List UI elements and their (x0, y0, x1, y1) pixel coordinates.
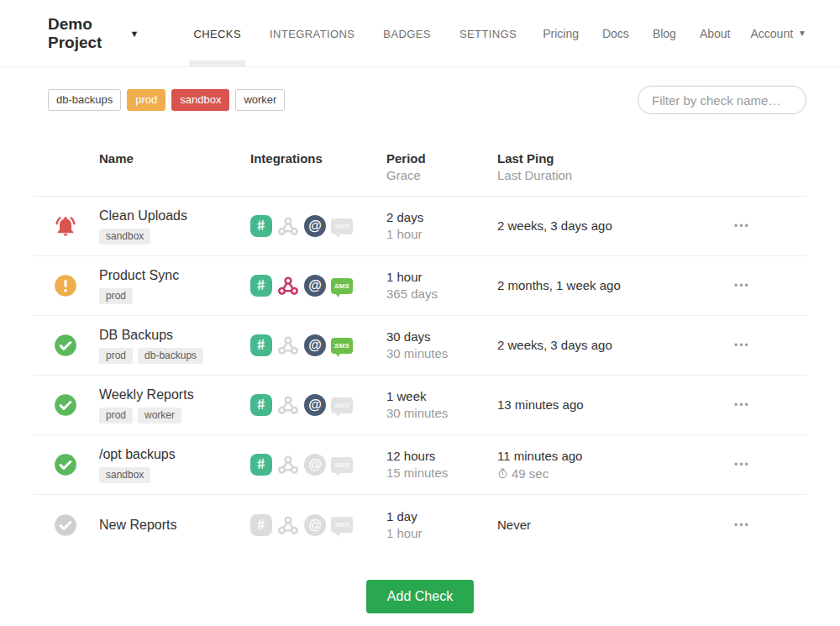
site-links: PricingDocsBlogAboutAccount▼ (531, 18, 806, 49)
period-value: 30 days (386, 329, 497, 345)
link-docs[interactable]: Docs (591, 18, 641, 49)
tab-settings[interactable]: SETTINGS (445, 0, 531, 66)
grace-value: 30 minutes (386, 345, 497, 362)
webhook-icon (277, 275, 299, 297)
integration-icons: # @ SMS (250, 275, 386, 297)
filter-row: db-backupsprodsandboxworker (0, 67, 840, 114)
row-menu-button[interactable]: ••• (732, 516, 752, 534)
checks-table-body: Clean Uploads sandbox # @ SMS 2 days 1 h… (34, 197, 806, 555)
header-period: Period (386, 150, 497, 167)
row-menu-button[interactable]: ••• (732, 217, 752, 235)
email-icon: @ (304, 514, 326, 536)
tag-filter-prod[interactable]: prod (127, 89, 165, 111)
period-value: 1 hour (386, 269, 497, 286)
check-tags: sandbox (99, 229, 250, 245)
check-circle-icon (54, 334, 77, 357)
period-value: 1 week (386, 388, 497, 405)
sms-icon: SMS (331, 334, 353, 356)
header-integrations: Integrations (250, 150, 386, 167)
slack-icon: # (250, 394, 272, 416)
check-row[interactable]: Clean Uploads sandbox # @ SMS 2 days 1 h… (34, 197, 806, 256)
check-name: New Reports (99, 517, 250, 534)
account-menu[interactable]: Account▼ (743, 18, 807, 49)
add-check-button[interactable]: Add Check (366, 580, 474, 613)
check-row[interactable]: Weekly Reports prodworker # @ SMS 1 week… (34, 376, 806, 435)
last-ping-value: 13 minutes ago (497, 397, 732, 413)
row-menu-button[interactable]: ••• (732, 396, 752, 414)
webhook-icon (277, 215, 299, 237)
check-name: Weekly Reports (99, 387, 250, 403)
grace-value: 1 hour (386, 525, 497, 542)
check-row[interactable]: /opt backups sandbox # @ SMS 12 hours 15… (34, 435, 806, 495)
tab-checks[interactable]: CHECKS (179, 0, 255, 66)
check-tag: prod (99, 288, 133, 304)
check-circle-icon (54, 393, 77, 417)
webhook-icon (277, 394, 299, 416)
table-header: Name Integrations Period Grace Last Ping… (34, 150, 806, 197)
caret-down-icon: ▼ (130, 29, 139, 39)
check-row[interactable]: New Reports # @ SMS 1 day 1 hour Never (34, 495, 806, 555)
integration-icons: # @ SMS (250, 215, 386, 237)
checks-table: Name Integrations Period Grace Last Ping… (0, 150, 840, 555)
integration-icons: # @ SMS (250, 454, 386, 476)
check-tags: proddb-backups (99, 348, 250, 364)
tag-filter-worker[interactable]: worker (235, 89, 285, 111)
check-row[interactable]: Product Sync prod # @ SMS 1 hour 365 day… (34, 256, 806, 316)
new-check-icon (54, 513, 77, 537)
last-ping-value: 2 months, 1 week ago (497, 277, 732, 294)
row-menu-button[interactable]: ••• (732, 455, 752, 474)
tag-filter-sandbox[interactable]: sandbox (171, 89, 229, 111)
project-switcher[interactable]: Demo Project ▼ (48, 15, 139, 52)
period-value: 2 days (386, 209, 497, 226)
email-icon: @ (304, 454, 326, 476)
email-icon: @ (304, 215, 326, 237)
check-name: /opt backups (99, 446, 250, 463)
header-last-ping: Last Ping (497, 150, 732, 167)
sms-icon: SMS (331, 275, 353, 297)
last-ping-value: Never (497, 517, 732, 534)
period-value: 12 hours (386, 448, 497, 465)
link-pricing[interactable]: Pricing (531, 18, 591, 49)
email-icon: @ (304, 334, 326, 356)
grace-warning-icon (54, 274, 77, 297)
check-tag: sandbox (99, 229, 150, 245)
sms-icon: SMS (331, 215, 353, 237)
grace-value: 365 days (386, 286, 497, 302)
sms-icon: SMS (331, 394, 353, 416)
check-name: DB Backups (99, 327, 250, 344)
check-row[interactable]: DB Backups proddb-backups # @ SMS 30 day… (34, 316, 806, 376)
link-about[interactable]: About (688, 18, 743, 49)
tag-filter-db-backups[interactable]: db-backups (48, 89, 121, 111)
row-menu-button[interactable]: ••• (732, 336, 752, 355)
last-duration-value: 49 sec (512, 466, 549, 482)
webhook-icon (277, 454, 299, 476)
period-value: 1 day (386, 508, 497, 525)
sms-icon: SMS (331, 454, 353, 476)
email-icon: @ (304, 275, 326, 297)
check-name: Product Sync (99, 267, 250, 284)
check-circle-icon (54, 453, 77, 476)
row-menu-button[interactable]: ••• (732, 276, 752, 295)
last-ping-value: 2 weeks, 3 days ago (497, 218, 732, 234)
tab-badges[interactable]: BADGES (369, 0, 445, 66)
check-name-filter-input[interactable] (638, 86, 806, 114)
add-check-area: Add Check (0, 580, 840, 613)
sms-icon: SMS (331, 514, 353, 536)
account-label: Account (751, 27, 794, 40)
tab-integrations[interactable]: INTEGRATIONS (255, 0, 369, 66)
stopwatch-icon (497, 468, 508, 479)
checks-page: Demo Project ▼ CHECKSINTEGRATIONSBADGESS… (0, 0, 840, 626)
slack-icon: # (250, 334, 272, 356)
slack-icon: # (250, 275, 272, 297)
header-last-duration: Last Duration (497, 167, 732, 184)
link-blog[interactable]: Blog (641, 18, 688, 49)
slack-icon: # (250, 215, 272, 237)
grace-value: 15 minutes (386, 465, 497, 481)
check-name: Clean Uploads (99, 208, 250, 224)
header-grace: Grace (386, 167, 497, 184)
webhook-icon (277, 514, 299, 536)
header-name: Name (99, 150, 250, 167)
check-tag: prod (99, 348, 133, 364)
project-tabs: CHECKSINTEGRATIONSBADGESSETTINGS (179, 0, 531, 66)
alert-bell-icon (54, 214, 77, 238)
